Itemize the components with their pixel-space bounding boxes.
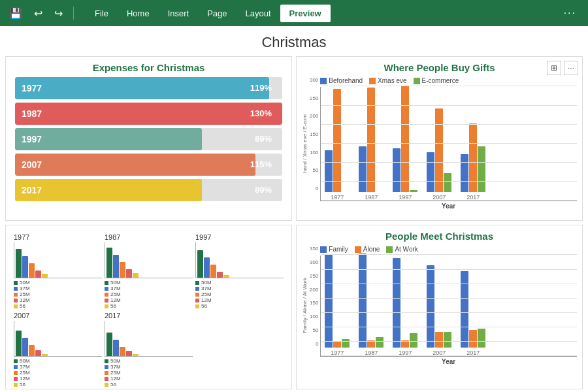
expense-bar-pct: 89% xyxy=(255,179,277,201)
expense-bar-pct: 115% xyxy=(250,154,277,176)
bar-group: 1977 xyxy=(325,89,350,201)
expense-bar-row: 1987130% xyxy=(15,103,282,125)
small-chart-year: 1997 xyxy=(195,233,284,241)
menu-home[interactable]: Home xyxy=(118,5,159,22)
expense-bar-pct: 119% xyxy=(250,77,277,99)
small-chart-labels: 50M37M25M12M56 xyxy=(14,358,102,387)
menu-layout[interactable]: Layout xyxy=(237,5,280,22)
x-axis-label: Year xyxy=(320,203,577,210)
small-bar xyxy=(29,345,35,356)
expenses-chart: 1977119%1987130%199789%2007115%201789% xyxy=(11,77,286,201)
y-axis-numbers: 350300250200150100500 xyxy=(310,246,318,347)
toolbar-separator xyxy=(73,7,74,20)
small-bar xyxy=(16,249,22,278)
gifts-title: Where People Buy Gifts xyxy=(302,62,577,73)
expense-bar-year: 1987 xyxy=(15,103,48,125)
small-chart-labels: 50M37M25M12M56 xyxy=(105,358,193,387)
small-charts-grid: 197750M37M25M12M56198750M37M25M12M561997… xyxy=(11,231,286,389)
y-axis-tick: 250 xyxy=(310,95,318,101)
save-icon[interactable]: 💾 xyxy=(5,5,26,22)
legend-item: Beforehand xyxy=(320,77,363,84)
small-bar xyxy=(210,265,216,278)
small-bar xyxy=(35,350,41,356)
y-axis-tick: 200 xyxy=(310,287,318,293)
bar-group: 2017 xyxy=(461,271,485,356)
y-axis-tick: 300 xyxy=(310,77,318,83)
people-meet-chart: Family / Alone / At Work3503002502001501… xyxy=(302,246,577,365)
menu-page[interactable]: Page xyxy=(198,5,236,22)
small-chart-bars xyxy=(195,242,284,278)
y-axis-tick: 50 xyxy=(310,327,318,333)
expense-bar-fill xyxy=(15,103,282,125)
small-bar xyxy=(42,274,48,278)
small-bar xyxy=(197,250,203,278)
small-bar xyxy=(120,347,125,356)
small-chart-bars xyxy=(105,321,193,357)
people-meet-panel: People Meet Christmas Family / Alone / A… xyxy=(296,225,583,389)
expense-bar-row: 199789% xyxy=(15,128,282,150)
people-meet-title: People Meet Christmas xyxy=(302,231,577,242)
small-chart-bars xyxy=(14,321,102,357)
bar xyxy=(478,146,485,192)
expense-bar-fill xyxy=(15,154,255,176)
bar xyxy=(478,329,485,348)
small-bar xyxy=(126,351,132,356)
small-bar xyxy=(204,257,210,278)
legend-item: Xmas eve xyxy=(369,77,406,84)
expense-bar-pct: 89% xyxy=(255,128,277,150)
bar xyxy=(469,123,477,192)
gifts-more-button[interactable]: ··· xyxy=(564,61,578,75)
menu-file[interactable]: File xyxy=(86,5,118,22)
redo-icon[interactable]: ↪ xyxy=(50,5,67,22)
expense-bar-row: 2007115% xyxy=(15,154,282,176)
bar xyxy=(410,190,417,192)
undo-icon[interactable]: ↩ xyxy=(30,5,46,22)
small-bar xyxy=(133,354,139,356)
gifts-chart: hand / Xmas eve / E-com30025020015010050… xyxy=(302,77,577,210)
expense-bar-year: 1977 xyxy=(15,77,48,99)
small-bar xyxy=(22,338,28,356)
bar xyxy=(333,342,341,348)
small-chart-year: 1977 xyxy=(14,233,102,241)
small-bar xyxy=(217,272,223,278)
chart-legend: BeforehandXmas eveE-commerce xyxy=(320,77,577,84)
bar xyxy=(461,154,468,192)
y-axis-tick: 50 xyxy=(310,167,318,173)
small-bar xyxy=(16,331,22,356)
bar xyxy=(427,265,434,348)
gifts-actions: ⊞ ··· xyxy=(547,61,578,75)
menu-preview[interactable]: Preview xyxy=(280,5,331,22)
expenses-panel: Expenses for Christmas 1977119%1987130%1… xyxy=(5,56,292,221)
expenses-title: Expenses for Christmas xyxy=(11,62,286,73)
gifts-panel: Where People Buy Gifts ⊞ ··· hand / Xmas… xyxy=(296,56,583,221)
chart-legend: FamilyAloneAt Work xyxy=(320,246,577,253)
bar xyxy=(435,108,443,192)
small-chart-year: 2007 xyxy=(14,312,102,319)
expense-bar-pct: 130% xyxy=(250,103,277,125)
small-chart-labels: 50M37M25M12M56 xyxy=(105,280,193,309)
small-bar xyxy=(113,340,119,356)
small-chart-item: 201750M37M25M12M56 xyxy=(105,312,193,387)
small-chart-labels: 50M37M25M12M56 xyxy=(14,280,102,309)
more-button[interactable]: ··· xyxy=(557,3,583,23)
main-content: Christmas Expenses for Christmas 1977119… xyxy=(0,26,588,392)
expense-bar-year: 2007 xyxy=(15,154,48,176)
y-axis-tick: 150 xyxy=(310,131,318,137)
toolbar: 💾 ↩ ↪ File Home Insert Page Layout Previ… xyxy=(0,0,588,26)
bar-group: 2007 xyxy=(427,265,451,356)
small-chart-year: 2017 xyxy=(105,312,193,319)
menu-insert[interactable]: Insert xyxy=(159,5,199,22)
legend-item: At Work xyxy=(386,246,417,253)
gifts-expand-button[interactable]: ⊞ xyxy=(547,61,561,75)
bar xyxy=(359,253,367,348)
bar xyxy=(393,148,400,192)
small-chart-labels: 50M37M25M12M56 xyxy=(195,280,284,309)
y-axis-tick: 0 xyxy=(310,341,318,347)
small-bar xyxy=(223,275,229,278)
y-axis-tick: 200 xyxy=(310,113,318,119)
bar xyxy=(435,332,443,348)
small-bar xyxy=(120,262,125,278)
y-axis-tick: 250 xyxy=(310,273,318,279)
menu-bar: File Home Insert Page Layout Preview xyxy=(86,5,331,22)
small-chart-bars xyxy=(105,242,193,278)
